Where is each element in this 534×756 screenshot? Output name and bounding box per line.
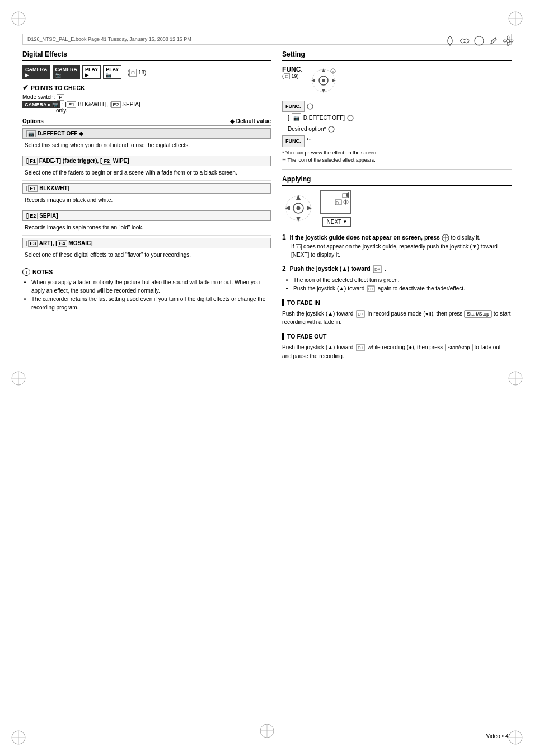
joystick-applying-diagram	[282, 192, 315, 224]
svg-marker-29	[322, 68, 325, 72]
divider-1	[282, 169, 512, 170]
screen-diagram: D	[320, 190, 351, 214]
fade-in-icon: D+	[356, 310, 365, 318]
to-fade-in-text: Push the joystick (▲) toward D+ in recor…	[282, 309, 512, 327]
flower-icon	[502, 35, 514, 47]
svg-point-50	[345, 201, 347, 203]
circle-step-icon-2	[347, 115, 354, 121]
option1-label: D.EFFECT OFF	[38, 130, 78, 137]
page-label: Video • 41	[486, 733, 512, 739]
options-header: Options ◆ Default value	[22, 118, 271, 126]
svg-text:D+: D+	[368, 287, 373, 291]
option2-box: [F1 FADE-T] (fade trigger), [F2 WIPE]	[22, 156, 271, 166]
applying-diagram: D NEXT ▼	[282, 190, 512, 227]
start-stop-badge-2: Start/Stop	[445, 344, 473, 351]
option4-desc: Records images in sepia tones for an "ol…	[22, 222, 271, 236]
notes-list: When you apply a fader, not only the pic…	[22, 278, 271, 312]
screen-deffect-icon: D	[335, 199, 342, 205]
svg-text:D+: D+	[358, 345, 364, 350]
func-page-icon: □	[284, 73, 290, 79]
svg-point-24	[503, 40, 507, 42]
badge-play1: PLAY▶	[82, 65, 101, 79]
note-item-1: When you apply a fader, not only the pic…	[31, 278, 271, 295]
sepia-badge: E2	[111, 101, 121, 108]
step1-rest: to display it.	[451, 234, 481, 241]
deffect-apply-icon: D+	[373, 265, 382, 273]
func-step-2: [📷 D.EFFECT OFF]	[282, 113, 512, 123]
option4-box: [E2 SEPIA]	[22, 210, 271, 221]
footnote1: * You can preview the effect on the scre…	[282, 149, 512, 157]
func-step-1: FUNC.	[282, 101, 512, 112]
svg-text:D: D	[336, 201, 339, 205]
svg-marker-46	[346, 192, 349, 198]
screen-joystick-icon	[343, 199, 349, 205]
svg-marker-31	[311, 79, 315, 82]
next-box: NEXT ▼	[322, 217, 351, 227]
bullet-1: The icon of the selected effect turns gr…	[293, 276, 512, 284]
to-fade-out-text: Push the joystick (▲) toward D+ while re…	[282, 343, 512, 360]
svg-point-36	[348, 115, 353, 121]
page-container: D126_NTSC_PAL_E.book Page 41 Tuesday, Ja…	[0, 0, 534, 756]
corner-mark-bl	[10, 729, 27, 746]
func-box-4: FUNC.	[282, 135, 305, 147]
footnote2: ** The icon of the selected effect appea…	[282, 157, 512, 165]
func-steps: FUNC. [📷 D.EFFECT OFF] Desired option*	[282, 101, 512, 147]
circle-step-icon-3	[328, 126, 335, 133]
func-label-block: FUNC. (□ 19)	[282, 65, 303, 79]
joystick-setting-diagram: F	[308, 65, 339, 96]
svg-point-23	[507, 43, 509, 46]
func-press-icon	[442, 234, 449, 242]
func-step-4: FUNC.**	[282, 135, 512, 147]
bird-icon	[458, 35, 471, 47]
camera-note: CAMERA ▸ 📷 : [E1 BLK&WHT], [E2 SEPIA] on…	[22, 101, 271, 114]
to-fade-out-title: To Fade Out	[282, 333, 512, 340]
svg-point-19	[475, 36, 484, 45]
checkmark-icon: ✔	[22, 83, 29, 92]
page-ref: (□ 18)	[127, 69, 146, 76]
pencil-icon	[488, 35, 500, 47]
svg-point-37	[329, 126, 334, 132]
leaf-icon	[444, 35, 456, 47]
options-label: Options	[22, 118, 44, 124]
step1-desc: If □ does not appear on the joystick gui…	[282, 242, 512, 259]
corner-mark-tr	[507, 10, 524, 27]
svg-point-21	[507, 39, 510, 43]
svg-point-40	[297, 206, 301, 210]
svg-point-35	[307, 104, 313, 109]
steps-list: 1 If the joystick guide does not appear …	[282, 232, 512, 293]
footnotes: * You can preview the effect on the scre…	[282, 149, 512, 165]
step-2: 2 Push the joystick (▲) toward D+ . The …	[282, 264, 512, 293]
to-fade-in-title: To Fade In	[282, 299, 512, 306]
top-bar: D126_NTSC_PAL_E.book Page 41 Tuesday, Ja…	[22, 34, 512, 45]
mid-left-cross	[10, 370, 27, 387]
notes-circle-icon: i	[22, 268, 30, 276]
step2-bullets: The icon of the selected effect turns gr…	[282, 276, 512, 293]
func-row: FUNC. (□ 19)	[282, 65, 512, 96]
points-check-label: POINTS TO CHECK	[31, 84, 85, 91]
right-column: Setting FUNC. (□ 19)	[282, 50, 512, 360]
deffect-icon: 📷	[26, 130, 36, 137]
svg-point-25	[510, 40, 513, 42]
mode-switch-icon: P	[57, 94, 64, 101]
option2-desc: Select one of the faders to begin or end…	[22, 167, 271, 181]
note-item-2: The camcorder retains the last setting u…	[31, 295, 271, 312]
to-fade-in-section: To Fade In Push the joystick (▲) toward …	[282, 299, 512, 327]
screen-ref-icon: □	[296, 244, 302, 250]
svg-point-28	[322, 79, 325, 82]
setting-title: Setting	[282, 50, 512, 61]
screen-icon-1	[342, 192, 349, 198]
svg-text:D+: D+	[358, 312, 364, 317]
notes-section: i NOTES When you apply a fader, not only…	[22, 268, 271, 312]
circle-icon	[473, 35, 485, 47]
screen-mid-icons: D	[322, 199, 349, 205]
blkwht-badge: E1	[67, 101, 76, 108]
circle-step-icon-1	[307, 103, 313, 110]
mode-switch: Mode switch: P	[22, 94, 271, 100]
option5-desc: Select one of these digital effects to a…	[22, 250, 271, 262]
svg-marker-44	[307, 206, 312, 210]
svg-marker-43	[285, 206, 290, 210]
d-effect-step-icon: 📷	[292, 113, 301, 123]
top-icons-row	[444, 35, 514, 47]
points-check: ✔ POINTS TO CHECK	[22, 83, 271, 92]
option1-box: 📷 D.EFFECT OFF ◆	[22, 128, 271, 139]
